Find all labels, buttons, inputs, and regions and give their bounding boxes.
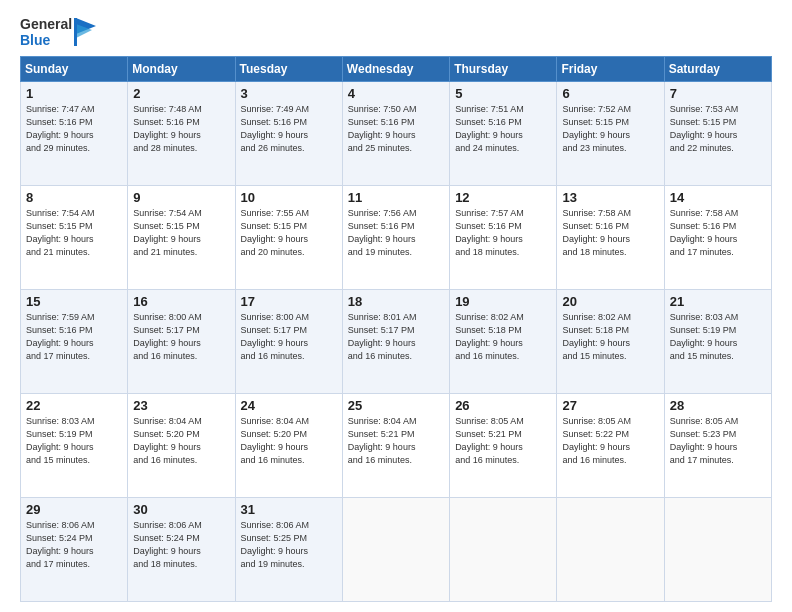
day-info: Sunrise: 7:53 AM Sunset: 5:15 PM Dayligh… <box>670 103 766 155</box>
calendar-cell: 1Sunrise: 7:47 AM Sunset: 5:16 PM Daylig… <box>21 82 128 186</box>
day-info: Sunrise: 8:05 AM Sunset: 5:23 PM Dayligh… <box>670 415 766 467</box>
day-number: 7 <box>670 86 766 101</box>
calendar-cell: 29Sunrise: 8:06 AM Sunset: 5:24 PM Dayli… <box>21 498 128 602</box>
day-number: 6 <box>562 86 658 101</box>
day-number: 3 <box>241 86 337 101</box>
day-info: Sunrise: 7:57 AM Sunset: 5:16 PM Dayligh… <box>455 207 551 259</box>
day-header-wednesday: Wednesday <box>342 57 449 82</box>
calendar-cell: 19Sunrise: 8:02 AM Sunset: 5:18 PM Dayli… <box>450 290 557 394</box>
day-number: 11 <box>348 190 444 205</box>
calendar-week-2: 8Sunrise: 7:54 AM Sunset: 5:15 PM Daylig… <box>21 186 772 290</box>
day-info: Sunrise: 8:00 AM Sunset: 5:17 PM Dayligh… <box>241 311 337 363</box>
calendar-cell: 21Sunrise: 8:03 AM Sunset: 5:19 PM Dayli… <box>664 290 771 394</box>
logo-general: General <box>20 16 72 32</box>
calendar-cell: 28Sunrise: 8:05 AM Sunset: 5:23 PM Dayli… <box>664 394 771 498</box>
calendar-cell <box>664 498 771 602</box>
day-info: Sunrise: 8:06 AM Sunset: 5:24 PM Dayligh… <box>133 519 229 571</box>
calendar-cell: 13Sunrise: 7:58 AM Sunset: 5:16 PM Dayli… <box>557 186 664 290</box>
calendar-week-5: 29Sunrise: 8:06 AM Sunset: 5:24 PM Dayli… <box>21 498 772 602</box>
calendar-cell <box>342 498 449 602</box>
day-number: 25 <box>348 398 444 413</box>
calendar-cell: 2Sunrise: 7:48 AM Sunset: 5:16 PM Daylig… <box>128 82 235 186</box>
day-number: 9 <box>133 190 229 205</box>
day-number: 1 <box>26 86 122 101</box>
day-number: 12 <box>455 190 551 205</box>
day-number: 29 <box>26 502 122 517</box>
day-info: Sunrise: 7:52 AM Sunset: 5:15 PM Dayligh… <box>562 103 658 155</box>
day-info: Sunrise: 7:47 AM Sunset: 5:16 PM Dayligh… <box>26 103 122 155</box>
day-number: 17 <box>241 294 337 309</box>
day-info: Sunrise: 8:04 AM Sunset: 5:20 PM Dayligh… <box>133 415 229 467</box>
day-number: 30 <box>133 502 229 517</box>
calendar-cell: 20Sunrise: 8:02 AM Sunset: 5:18 PM Dayli… <box>557 290 664 394</box>
calendar-cell: 11Sunrise: 7:56 AM Sunset: 5:16 PM Dayli… <box>342 186 449 290</box>
day-number: 24 <box>241 398 337 413</box>
day-info: Sunrise: 8:01 AM Sunset: 5:17 PM Dayligh… <box>348 311 444 363</box>
calendar-cell: 8Sunrise: 7:54 AM Sunset: 5:15 PM Daylig… <box>21 186 128 290</box>
day-header-saturday: Saturday <box>664 57 771 82</box>
day-info: Sunrise: 7:58 AM Sunset: 5:16 PM Dayligh… <box>670 207 766 259</box>
day-header-friday: Friday <box>557 57 664 82</box>
calendar-cell: 24Sunrise: 8:04 AM Sunset: 5:20 PM Dayli… <box>235 394 342 498</box>
day-number: 31 <box>241 502 337 517</box>
day-number: 5 <box>455 86 551 101</box>
calendar-cell: 7Sunrise: 7:53 AM Sunset: 5:15 PM Daylig… <box>664 82 771 186</box>
day-number: 4 <box>348 86 444 101</box>
day-number: 16 <box>133 294 229 309</box>
calendar-week-4: 22Sunrise: 8:03 AM Sunset: 5:19 PM Dayli… <box>21 394 772 498</box>
calendar-cell <box>557 498 664 602</box>
day-info: Sunrise: 8:05 AM Sunset: 5:21 PM Dayligh… <box>455 415 551 467</box>
calendar-cell: 30Sunrise: 8:06 AM Sunset: 5:24 PM Dayli… <box>128 498 235 602</box>
day-number: 28 <box>670 398 766 413</box>
day-info: Sunrise: 7:49 AM Sunset: 5:16 PM Dayligh… <box>241 103 337 155</box>
calendar-cell: 18Sunrise: 8:01 AM Sunset: 5:17 PM Dayli… <box>342 290 449 394</box>
calendar-cell: 14Sunrise: 7:58 AM Sunset: 5:16 PM Dayli… <box>664 186 771 290</box>
calendar-header: SundayMondayTuesdayWednesdayThursdayFrid… <box>21 57 772 82</box>
calendar-cell: 25Sunrise: 8:04 AM Sunset: 5:21 PM Dayli… <box>342 394 449 498</box>
day-info: Sunrise: 8:05 AM Sunset: 5:22 PM Dayligh… <box>562 415 658 467</box>
day-info: Sunrise: 8:06 AM Sunset: 5:24 PM Dayligh… <box>26 519 122 571</box>
logo-flag-icon <box>74 18 96 46</box>
day-info: Sunrise: 7:54 AM Sunset: 5:15 PM Dayligh… <box>133 207 229 259</box>
calendar-cell: 4Sunrise: 7:50 AM Sunset: 5:16 PM Daylig… <box>342 82 449 186</box>
day-info: Sunrise: 7:50 AM Sunset: 5:16 PM Dayligh… <box>348 103 444 155</box>
day-number: 14 <box>670 190 766 205</box>
calendar-cell: 26Sunrise: 8:05 AM Sunset: 5:21 PM Dayli… <box>450 394 557 498</box>
day-info: Sunrise: 7:51 AM Sunset: 5:16 PM Dayligh… <box>455 103 551 155</box>
day-header-tuesday: Tuesday <box>235 57 342 82</box>
calendar-cell: 16Sunrise: 8:00 AM Sunset: 5:17 PM Dayli… <box>128 290 235 394</box>
day-info: Sunrise: 8:04 AM Sunset: 5:20 PM Dayligh… <box>241 415 337 467</box>
day-info: Sunrise: 7:48 AM Sunset: 5:16 PM Dayligh… <box>133 103 229 155</box>
day-number: 21 <box>670 294 766 309</box>
day-number: 26 <box>455 398 551 413</box>
day-info: Sunrise: 7:55 AM Sunset: 5:15 PM Dayligh… <box>241 207 337 259</box>
calendar-cell: 3Sunrise: 7:49 AM Sunset: 5:16 PM Daylig… <box>235 82 342 186</box>
logo: General Blue <box>20 16 96 48</box>
calendar-body: 1Sunrise: 7:47 AM Sunset: 5:16 PM Daylig… <box>21 82 772 602</box>
logo-blue: Blue <box>20 32 72 48</box>
day-info: Sunrise: 7:54 AM Sunset: 5:15 PM Dayligh… <box>26 207 122 259</box>
day-info: Sunrise: 8:00 AM Sunset: 5:17 PM Dayligh… <box>133 311 229 363</box>
day-info: Sunrise: 8:03 AM Sunset: 5:19 PM Dayligh… <box>670 311 766 363</box>
day-number: 8 <box>26 190 122 205</box>
calendar-cell: 9Sunrise: 7:54 AM Sunset: 5:15 PM Daylig… <box>128 186 235 290</box>
day-number: 10 <box>241 190 337 205</box>
day-number: 18 <box>348 294 444 309</box>
day-header-sunday: Sunday <box>21 57 128 82</box>
day-info: Sunrise: 7:59 AM Sunset: 5:16 PM Dayligh… <box>26 311 122 363</box>
day-info: Sunrise: 8:04 AM Sunset: 5:21 PM Dayligh… <box>348 415 444 467</box>
calendar-table: SundayMondayTuesdayWednesdayThursdayFrid… <box>20 56 772 602</box>
calendar-cell: 12Sunrise: 7:57 AM Sunset: 5:16 PM Dayli… <box>450 186 557 290</box>
day-number: 2 <box>133 86 229 101</box>
svg-rect-2 <box>74 18 77 46</box>
page: General Blue SundayMondayTuesdayWednesda… <box>0 0 792 612</box>
day-header-thursday: Thursday <box>450 57 557 82</box>
calendar-week-3: 15Sunrise: 7:59 AM Sunset: 5:16 PM Dayli… <box>21 290 772 394</box>
calendar-cell: 22Sunrise: 8:03 AM Sunset: 5:19 PM Dayli… <box>21 394 128 498</box>
calendar-cell: 6Sunrise: 7:52 AM Sunset: 5:15 PM Daylig… <box>557 82 664 186</box>
calendar-cell: 17Sunrise: 8:00 AM Sunset: 5:17 PM Dayli… <box>235 290 342 394</box>
calendar-cell: 23Sunrise: 8:04 AM Sunset: 5:20 PM Dayli… <box>128 394 235 498</box>
day-number: 22 <box>26 398 122 413</box>
day-info: Sunrise: 8:03 AM Sunset: 5:19 PM Dayligh… <box>26 415 122 467</box>
calendar-cell: 27Sunrise: 8:05 AM Sunset: 5:22 PM Dayli… <box>557 394 664 498</box>
